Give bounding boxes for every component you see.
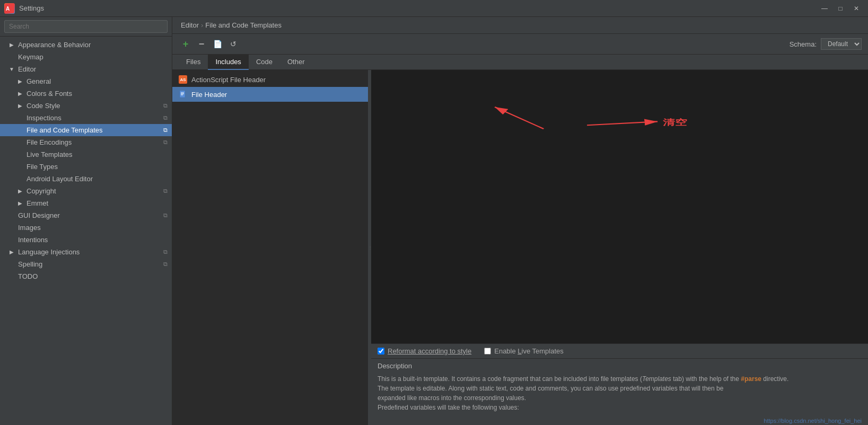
schema-label: Schema: [790, 40, 817, 48]
sidebar-item-spelling[interactable]: Spelling ⧉ [0, 258, 172, 270]
sidebar-item-todo[interactable]: TODO [0, 270, 172, 282]
sidebar-item-appearance[interactable]: ▶ Appearance & Behavior [0, 39, 172, 51]
sidebar-item-inspections[interactable]: Inspections ⧉ [0, 112, 172, 124]
copy-template-button[interactable]: 📄 [211, 37, 224, 51]
sidebar-item-general[interactable]: ▶ General [0, 75, 172, 87]
right-panel: Editor › File and Code Templates + − 📄 ↺ [172, 17, 868, 425]
window-controls: — □ ✕ [817, 3, 864, 14]
spacer-icon [8, 261, 15, 268]
sidebar-item-live-templates[interactable]: Live Templates [0, 148, 172, 161]
arrow-icon: ▶ [17, 200, 23, 207]
sidebar-item-emmet[interactable]: ▶ Emmet [0, 197, 172, 209]
plus-icon: + [183, 39, 189, 50]
template-item-file-header[interactable]: File Header [172, 87, 368, 102]
maximize-button[interactable]: □ [833, 3, 848, 14]
sidebar-item-code-style[interactable]: ▶ Code Style ⧉ [0, 100, 172, 112]
sidebar-item-label: File Encodings [27, 138, 72, 146]
arrow-icon: ▶ [17, 91, 23, 97]
live-templates-checkbox[interactable] [484, 348, 491, 355]
tab-code[interactable]: Code [249, 55, 280, 70]
window-title: Settings [19, 4, 44, 12]
spacer-icon [17, 176, 23, 182]
panel-split: AS ActionScript File Header [172, 70, 868, 425]
sidebar-item-label: Colors & Fonts [27, 90, 72, 98]
tab-other[interactable]: Other [280, 55, 312, 70]
tab-includes[interactable]: Includes [208, 55, 248, 70]
svg-line-9 [587, 121, 657, 125]
sidebar: ▶ Appearance & Behavior Keymap ▼ Editor … [0, 17, 172, 425]
sidebar-item-keymap[interactable]: Keymap [0, 51, 172, 63]
spacer-icon [17, 152, 23, 158]
sidebar-item-file-types[interactable]: File Types [0, 161, 172, 173]
svg-line-8 [495, 107, 543, 129]
template-item-actionscript[interactable]: AS ActionScript File Header [172, 72, 368, 87]
sidebar-item-file-encodings[interactable]: File Encodings ⧉ [0, 136, 172, 148]
sidebar-item-label: General [27, 77, 51, 85]
sidebar-item-label: GUI Designer [18, 211, 60, 219]
sidebar-item-label: Images [18, 224, 41, 232]
copy-icon: ⧉ [163, 102, 168, 109]
description-title: Description [371, 359, 868, 372]
arrow-icon: ▶ [8, 249, 15, 255]
app-logo: A [4, 3, 15, 14]
panel-toolbar: + − 📄 ↺ Schema: Default [172, 34, 868, 55]
code-editor[interactable]: 清空 [371, 70, 868, 343]
minimize-button[interactable]: — [817, 3, 832, 14]
reset-icon: ↺ [230, 40, 236, 48]
reset-template-button[interactable]: ↺ [226, 37, 240, 51]
search-input[interactable] [4, 20, 168, 33]
template-item-label: File Header [191, 91, 227, 99]
sidebar-item-label: Editor [18, 65, 36, 73]
toolbar-right: Schema: Default [790, 38, 862, 50]
add-template-button[interactable]: + [179, 37, 192, 51]
sidebar-item-editor[interactable]: ▼ Editor [0, 63, 172, 75]
tab-files[interactable]: Files [179, 55, 208, 70]
spacer-icon [8, 225, 15, 231]
panel-header: Editor › File and Code Templates [172, 17, 868, 34]
editor-bottom-options: Reformat according to style Enable Live … [371, 343, 868, 358]
live-templates-checkbox-label[interactable]: Enable Live Templates [484, 347, 564, 355]
sidebar-tree: ▶ Appearance & Behavior Keymap ▼ Editor … [0, 37, 172, 425]
sidebar-item-language-injections[interactable]: ▶ Language Injections ⧉ [0, 246, 172, 258]
breadcrumb: Editor › File and Code Templates [181, 21, 860, 29]
remove-template-button[interactable]: − [195, 37, 208, 51]
sidebar-item-file-and-code-templates[interactable]: File and Code Templates ⧉ [0, 124, 172, 136]
sidebar-item-label: Language Injections [18, 248, 80, 256]
spacer-icon [17, 139, 23, 146]
spacer-icon [17, 115, 23, 121]
sidebar-item-android-layout-editor[interactable]: Android Layout Editor [0, 173, 172, 185]
title-bar-left: A Settings [4, 3, 44, 14]
sidebar-item-gui-designer[interactable]: GUI Designer ⧉ [0, 209, 172, 222]
sidebar-item-intentions[interactable]: Intentions [0, 234, 172, 246]
reformat-checkbox[interactable] [378, 348, 384, 355]
sidebar-item-colors-fonts[interactable]: ▶ Colors & Fonts [0, 87, 172, 100]
spacer-icon [8, 237, 15, 243]
toolbar-left: + − 📄 ↺ [179, 37, 240, 51]
main-layout: ▶ Appearance & Behavior Keymap ▼ Editor … [0, 17, 868, 425]
breadcrumb-separator: › [201, 21, 203, 29]
spacer-icon [8, 54, 15, 60]
sidebar-item-label: File Types [27, 163, 58, 171]
sidebar-item-copyright[interactable]: ▶ Copyright ⧉ [0, 185, 172, 197]
arrow-icon: ▼ [8, 66, 15, 73]
sidebar-item-label: Spelling [18, 260, 42, 268]
sidebar-item-label: Copyright [27, 187, 56, 195]
copy-icon: ⧉ [163, 188, 168, 194]
close-button[interactable]: ✕ [849, 3, 864, 14]
live-templates-label: Enable Live Templates [494, 347, 564, 355]
copy-icon: ⧉ [163, 114, 168, 121]
title-bar: A Settings — □ ✕ [0, 0, 868, 17]
description-section: Description This is a built-in template.… [371, 358, 868, 425]
reformat-checkbox-label[interactable]: Reformat according to style [378, 347, 471, 355]
actionscript-icon: AS [179, 75, 187, 84]
arrow-icon: ▶ [17, 78, 23, 85]
file-header-icon [179, 90, 187, 99]
search-bar [0, 17, 172, 37]
copy-file-icon: 📄 [213, 40, 222, 48]
sidebar-item-label: Inspections [27, 114, 62, 122]
sidebar-item-label: Emmet [27, 199, 48, 207]
schema-select[interactable]: Default [821, 38, 862, 50]
sidebar-item-images[interactable]: Images [0, 222, 172, 234]
spacer-icon [17, 127, 23, 134]
spacer-icon [8, 212, 15, 219]
